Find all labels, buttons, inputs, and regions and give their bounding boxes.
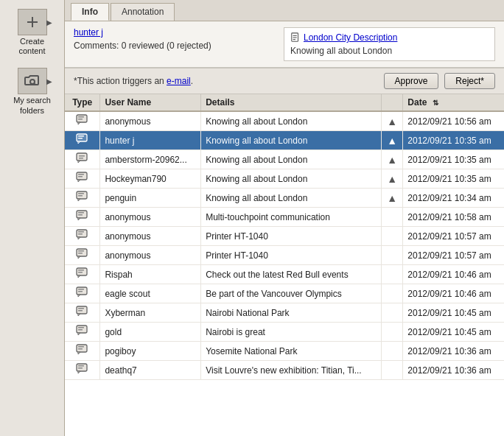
- reject-button[interactable]: Reject*: [444, 73, 495, 89]
- cell-date: 2012/09/21 10:58 am: [403, 208, 504, 227]
- action-text-suffix: .: [191, 76, 193, 86]
- table-row[interactable]: hunter jKnowing all about London▲2012/09…: [65, 131, 504, 150]
- svg-rect-16: [77, 153, 87, 161]
- cell-details: Check out the latest Red Bull events: [201, 265, 382, 284]
- svg-rect-42: [78, 270, 84, 271]
- table-container[interactable]: Type User Name Details Date ⇅ anonymousK…: [65, 94, 504, 436]
- my-search-folders-icon-container: ▶: [18, 68, 47, 94]
- table-row[interactable]: anonymousPrinter HT-10402012/09/21 10:57…: [65, 246, 504, 265]
- approve-button[interactable]: Approve: [384, 73, 439, 89]
- cell-arrow: [381, 342, 402, 361]
- comment-bubble-icon: [76, 363, 89, 375]
- cell-type: [65, 284, 100, 303]
- tab-info[interactable]: Info: [71, 3, 109, 21]
- comment-bubble-icon: [76, 248, 89, 260]
- cell-details: Knowing all about London: [201, 169, 382, 189]
- table-row[interactable]: RispahCheck out the latest Red Bull even…: [65, 265, 504, 284]
- svg-marker-21: [78, 180, 80, 182]
- action-text: *This action triggers an e-mail.: [74, 76, 193, 86]
- cell-date: 2012/09/21 10:46 am: [403, 284, 504, 303]
- user-link[interactable]: hunter j: [74, 27, 272, 38]
- svg-marker-45: [78, 295, 80, 297]
- table-row[interactable]: goldNairobi is great2012/09/21 10:45 am: [65, 323, 504, 342]
- svg-rect-50: [78, 308, 84, 309]
- svg-rect-34: [78, 231, 84, 233]
- up-arrow-icon: ▲: [387, 116, 397, 127]
- cell-username: pogiboy: [100, 342, 201, 361]
- cell-date: 2012/09/21 10:45 am: [403, 323, 504, 342]
- info-panel: hunter j Comments: 0 reviewed (0 rejecte…: [65, 21, 504, 68]
- svg-marker-9: [78, 122, 80, 124]
- tab-bar: Info Annotation: [65, 0, 504, 21]
- col-header-date[interactable]: Date ⇅: [403, 94, 504, 111]
- svg-rect-62: [78, 365, 84, 367]
- svg-rect-18: [79, 155, 85, 157]
- svg-marker-33: [78, 237, 80, 239]
- data-table: Type User Name Details Date ⇅ anonymousK…: [65, 94, 504, 380]
- col-header-arrow: [381, 94, 402, 111]
- cell-type: [65, 323, 100, 342]
- email-link[interactable]: e-mail: [167, 76, 191, 86]
- sort-icon: ⇅: [433, 99, 438, 107]
- table-row[interactable]: penguinKnowing all about London▲2012/09/…: [65, 189, 504, 208]
- svg-rect-63: [78, 368, 83, 369]
- comment-bubble-icon: [76, 210, 89, 222]
- sidebar-item-create-content[interactable]: ▶ Create content: [4, 6, 60, 59]
- svg-rect-58: [78, 346, 84, 348]
- svg-rect-30: [78, 212, 84, 214]
- cell-username: Hockeyman790: [100, 169, 201, 189]
- cell-details: Nairobi is great: [201, 323, 382, 342]
- table-row[interactable]: anonymousKnowing all about London▲2012/0…: [65, 111, 504, 131]
- svg-rect-19: [79, 158, 83, 159]
- table-row[interactable]: deathq7Visit Louvre's new exhibition: Ti…: [65, 361, 504, 380]
- comment-bubble-icon: [76, 172, 89, 183]
- table-row[interactable]: XybermanNairobi National Park2012/09/21 …: [65, 303, 504, 323]
- doc-title-link[interactable]: London City Description: [304, 32, 397, 43]
- comment-bubble-icon: [76, 325, 89, 337]
- cell-date: 2012/09/21 10:46 am: [403, 265, 504, 284]
- cell-type: [65, 150, 100, 169]
- action-text-prefix: *This action triggers an: [74, 76, 167, 86]
- table-row[interactable]: anonymousPrinter HT-10402012/09/21 10:57…: [65, 227, 504, 246]
- table-row[interactable]: amberstorm-20962...Knowing all about Lon…: [65, 150, 504, 169]
- sidebar-search-label: My search folders: [7, 96, 57, 115]
- cell-type: [65, 131, 100, 150]
- create-content-icon-container: ▶: [18, 9, 47, 35]
- info-right: London City Description Knowing all abou…: [284, 27, 495, 61]
- folder-search-icon: [24, 72, 41, 90]
- svg-rect-59: [78, 348, 83, 350]
- cell-arrow: [381, 208, 402, 227]
- svg-marker-25: [78, 199, 80, 201]
- svg-rect-39: [78, 253, 83, 254]
- svg-marker-57: [78, 352, 80, 354]
- cell-arrow: [381, 284, 402, 303]
- comment-bubble-icon: [76, 286, 89, 298]
- cell-type: [65, 111, 100, 131]
- cell-date: 2012/09/21 10:35 am: [403, 169, 504, 189]
- sidebar-item-my-search-folders[interactable]: ▶ My search folders: [4, 65, 60, 118]
- cell-details: Be part of the Vancouver Olympics: [201, 284, 382, 303]
- cell-date: 2012/09/21 10:34 am: [403, 189, 504, 208]
- table-row[interactable]: eagle scoutBe part of the Vancouver Olym…: [65, 284, 504, 303]
- up-arrow-icon: ▲: [387, 154, 397, 166]
- tab-annotation[interactable]: Annotation: [111, 3, 175, 21]
- table-row[interactable]: anonymousMulti-touchpoint communication2…: [65, 208, 504, 227]
- comment-bubble-icon: [76, 267, 89, 279]
- col-header-type[interactable]: Type: [65, 94, 100, 111]
- cell-details: Knowing all about London: [201, 150, 382, 169]
- cell-type: [65, 189, 100, 208]
- sidebar: ▶ Create content ▶ My search folders: [0, 0, 65, 436]
- col-header-username[interactable]: User Name: [100, 94, 201, 111]
- col-header-details[interactable]: Details: [201, 94, 382, 111]
- up-arrow-icon: ▲: [387, 192, 397, 204]
- svg-rect-22: [78, 174, 84, 175]
- svg-marker-17: [78, 161, 80, 163]
- cell-arrow: ▲: [381, 150, 402, 169]
- svg-marker-13: [78, 141, 80, 144]
- svg-rect-11: [78, 119, 83, 120]
- action-bar: *This action triggers an e-mail. Approve…: [65, 68, 504, 94]
- cell-arrow: [381, 361, 402, 380]
- svg-rect-31: [78, 214, 83, 216]
- table-row[interactable]: pogiboyYosemite National Park2012/09/21 …: [65, 342, 504, 361]
- table-row[interactable]: Hockeyman790Knowing all about London▲201…: [65, 169, 504, 189]
